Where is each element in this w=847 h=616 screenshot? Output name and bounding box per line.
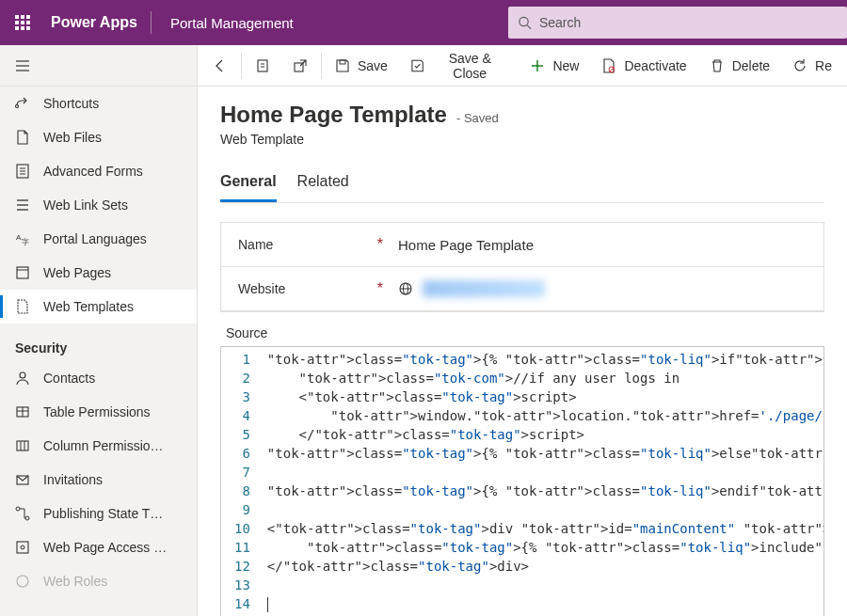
name-value[interactable]: Home Page Template xyxy=(398,237,534,253)
sidebar-item-web-page-access[interactable]: Web Page Access … xyxy=(0,530,197,564)
source-label: Source xyxy=(220,312,824,346)
svg-line-38 xyxy=(610,68,614,71)
invitation-icon xyxy=(15,472,30,487)
back-icon xyxy=(213,58,228,73)
svg-rect-15 xyxy=(17,267,28,278)
save-close-button[interactable]: Save & Close xyxy=(399,45,519,87)
sidebar-item-contacts[interactable]: Contacts xyxy=(0,361,197,395)
sidebar-toggle[interactable] xyxy=(0,45,197,87)
template-icon xyxy=(15,299,30,314)
new-button[interactable]: New xyxy=(519,45,590,87)
svg-point-5 xyxy=(16,105,19,108)
save-close-label: Save & Close xyxy=(432,51,507,81)
access-icon xyxy=(15,540,30,555)
required-indicator: * xyxy=(377,236,383,253)
sidebar-item-label: Web Link Sets xyxy=(43,197,128,213)
search-input[interactable] xyxy=(539,15,838,30)
cmd-separator xyxy=(241,53,242,79)
sidebar-item-web-link-sets[interactable]: Web Link Sets xyxy=(0,188,197,222)
new-label: New xyxy=(552,58,579,73)
sidebar-item-publishing-state[interactable]: Publishing State T… xyxy=(0,497,197,530)
document-icon xyxy=(255,58,270,73)
sidebar-item-label: Shortcuts xyxy=(43,96,99,111)
line-gutter: 1234567891011121314 xyxy=(221,347,260,616)
header-divider xyxy=(151,11,152,34)
sidebar-item-label: Contacts xyxy=(43,371,95,386)
sidebar-item-label: Web Files xyxy=(43,130,102,145)
svg-rect-27 xyxy=(17,542,28,553)
website-redacted xyxy=(423,280,545,297)
role-icon xyxy=(15,574,30,589)
svg-rect-21 xyxy=(17,441,28,450)
search-box[interactable] xyxy=(508,7,847,39)
sidebar-item-shortcuts[interactable]: Shortcuts xyxy=(0,87,197,120)
code-content[interactable]: "tok-attr">class="tok-tag">{% "tok-attr"… xyxy=(260,347,823,616)
sidebar-item-table-permissions[interactable]: Table Permissions xyxy=(0,395,197,429)
name-label: Name xyxy=(238,237,273,252)
form-area: Name * Home Page Template Website * xyxy=(220,222,824,312)
tab-related[interactable]: Related xyxy=(297,167,349,202)
sidebar-item-web-roles[interactable]: Web Roles xyxy=(0,564,197,598)
back-button[interactable] xyxy=(201,45,239,87)
tab-general[interactable]: General xyxy=(220,167,277,202)
language-icon: A字 xyxy=(15,231,30,246)
top-bar: Power Apps Portal Management xyxy=(0,0,847,45)
entity-name: Web Template xyxy=(220,132,824,147)
svg-line-1 xyxy=(527,25,531,29)
sidebar-item-web-pages[interactable]: Web Pages xyxy=(0,256,197,290)
code-editor[interactable]: 1234567891011121314 "tok-attr">class="to… xyxy=(220,346,824,616)
sidebar-item-label: Invitations xyxy=(43,472,103,487)
content-area: Home Page Template - Saved Web Template … xyxy=(198,87,847,616)
app-launcher-button[interactable] xyxy=(0,0,45,45)
sidebar: Shortcuts Web Files Advanced Forms Web L… xyxy=(0,45,198,616)
popout-icon xyxy=(293,58,308,73)
svg-point-26 xyxy=(25,516,29,520)
sidebar-item-label: Table Permissions xyxy=(43,404,151,419)
svg-point-29 xyxy=(17,576,28,587)
sidebar-item-column-permissions[interactable]: Column Permissio… xyxy=(0,429,197,463)
svg-point-25 xyxy=(16,507,20,511)
website-label: Website xyxy=(238,281,285,296)
delete-button[interactable]: Delete xyxy=(698,45,781,87)
flow-icon xyxy=(15,506,30,521)
shortcut-icon xyxy=(15,96,30,111)
sidebar-item-label: Column Permissio… xyxy=(43,438,164,453)
sidebar-item-label: Portal Languages xyxy=(43,231,147,246)
field-website-row: Website * xyxy=(221,267,823,311)
form-icon xyxy=(15,164,30,179)
sidebar-item-web-templates[interactable]: Web Templates xyxy=(0,290,197,324)
save-icon xyxy=(335,58,350,73)
person-icon xyxy=(15,371,30,386)
svg-rect-34 xyxy=(340,60,345,64)
sidebar-item-label: Web Roles xyxy=(43,574,107,589)
save-button[interactable]: Save xyxy=(324,45,399,87)
plus-icon xyxy=(530,58,545,73)
save-status: - Saved xyxy=(456,111,499,125)
sidebar-item-label: Web Page Access … xyxy=(43,540,167,555)
svg-rect-30 xyxy=(258,60,267,71)
svg-point-17 xyxy=(20,372,25,378)
save-close-icon xyxy=(410,58,424,73)
cmd-separator xyxy=(321,53,322,79)
sidebar-item-portal-languages[interactable]: A字 Portal Languages xyxy=(0,222,197,256)
table-icon xyxy=(15,404,30,419)
svg-point-0 xyxy=(519,17,528,25)
refresh-label: Re xyxy=(815,58,832,73)
sidebar-item-advanced-forms[interactable]: Advanced Forms xyxy=(0,154,197,188)
deactivate-label: Deactivate xyxy=(624,58,686,73)
waffle-icon xyxy=(15,15,30,30)
hamburger-icon xyxy=(15,58,30,73)
open-record-set-button[interactable] xyxy=(244,45,281,87)
field-name-row: Name * Home Page Template xyxy=(221,223,823,267)
refresh-button[interactable]: Re xyxy=(781,45,843,87)
website-value[interactable] xyxy=(398,280,545,297)
sidebar-item-web-files[interactable]: Web Files xyxy=(0,120,197,154)
globe-icon xyxy=(398,281,413,296)
deactivate-button[interactable]: Deactivate xyxy=(590,45,697,87)
required-indicator: * xyxy=(377,280,383,297)
sidebar-item-invitations[interactable]: Invitations xyxy=(0,463,197,497)
page-icon xyxy=(15,265,30,280)
svg-text:字: 字 xyxy=(22,238,29,246)
popout-button[interactable] xyxy=(281,45,319,87)
page-title: Home Page Template xyxy=(220,102,447,128)
